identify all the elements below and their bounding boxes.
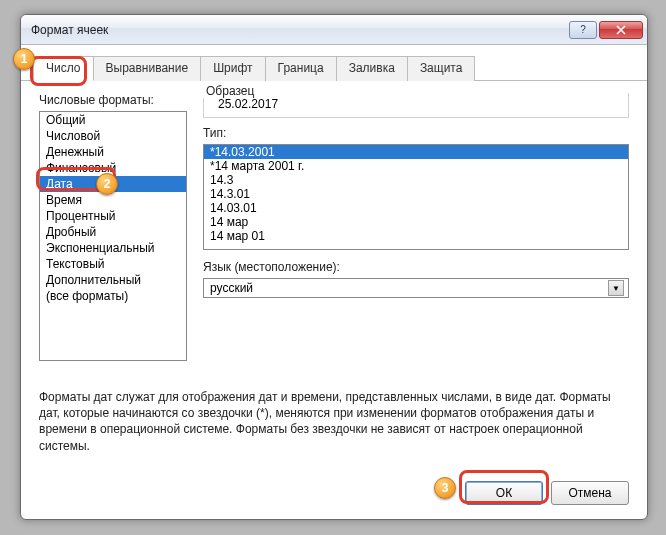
type-item[interactable]: 14.3 (204, 173, 628, 187)
tab-1[interactable]: Выравнивание (93, 56, 202, 81)
sample-frame: 25.02.2017 (203, 93, 629, 118)
help-button[interactable]: ? (569, 21, 597, 39)
cancel-button[interactable]: Отмена (551, 481, 629, 505)
category-item[interactable]: (все форматы) (40, 288, 186, 304)
category-item[interactable]: Общий (40, 112, 186, 128)
close-icon (616, 25, 626, 35)
category-item[interactable]: Денежный (40, 144, 186, 160)
category-item[interactable]: Экспоненциальный (40, 240, 186, 256)
description-text: Форматы дат служат для отображения дат и… (39, 389, 629, 454)
category-item[interactable]: Дата (40, 176, 186, 192)
categories-label: Числовые форматы: (39, 93, 187, 107)
tab-4[interactable]: Заливка (336, 56, 408, 81)
tab-2[interactable]: Шрифт (200, 56, 265, 81)
type-item[interactable]: 14 мар (204, 215, 628, 229)
category-item[interactable]: Дробный (40, 224, 186, 240)
category-item[interactable]: Числовой (40, 128, 186, 144)
type-item[interactable]: *14 марта 2001 г. (204, 159, 628, 173)
tab-3[interactable]: Граница (265, 56, 337, 81)
language-select[interactable]: русский ▼ (203, 278, 629, 298)
category-item[interactable]: Процентный (40, 208, 186, 224)
language-label: Язык (местоположение): (203, 260, 629, 274)
ok-button-label: ОК (496, 486, 512, 500)
titlebar[interactable]: Формат ячеек ? (21, 15, 647, 45)
language-value: русский (210, 281, 608, 295)
tab-bar: ЧислоВыравниваниеШрифтГраницаЗаливкаЗащи… (21, 45, 647, 81)
type-item[interactable]: 14.03.01 (204, 201, 628, 215)
cancel-button-label: Отмена (568, 486, 611, 500)
category-item[interactable]: Текстовый (40, 256, 186, 272)
ok-button[interactable]: ОК (465, 481, 543, 505)
type-label: Тип: (203, 126, 629, 140)
type-item[interactable]: *14.03.2001 (204, 145, 628, 159)
tab-0[interactable]: Число (33, 56, 94, 81)
category-listbox[interactable]: ОбщийЧисловойДенежныйФинансовыйДатаВремя… (39, 111, 187, 361)
type-item[interactable]: 14.3.01 (204, 187, 628, 201)
category-item[interactable]: Время (40, 192, 186, 208)
category-item[interactable]: Финансовый (40, 160, 186, 176)
type-item[interactable]: 14 мар 01 (204, 229, 628, 243)
window-title: Формат ячеек (31, 23, 569, 37)
dialog-footer: ОК Отмена (21, 473, 647, 519)
close-button[interactable] (599, 21, 643, 39)
sample-value: 25.02.2017 (212, 97, 620, 111)
format-cells-dialog: Формат ячеек ? ЧислоВыравниваниеШрифтГра… (20, 14, 648, 520)
tab-5[interactable]: Защита (407, 56, 476, 81)
window-buttons: ? (569, 21, 643, 39)
type-listbox[interactable]: *14.03.2001*14 марта 2001 г.14.314.3.011… (203, 144, 629, 250)
dialog-body: Числовые форматы: ОбщийЧисловойДенежныйФ… (21, 81, 647, 473)
chevron-down-icon: ▼ (608, 280, 624, 296)
category-item[interactable]: Дополнительный (40, 272, 186, 288)
